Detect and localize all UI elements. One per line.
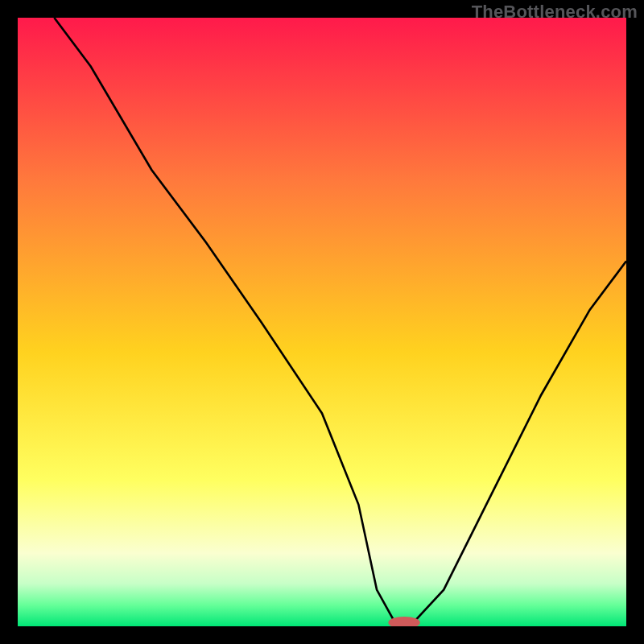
watermark-text: TheBottleneck.com: [472, 2, 638, 23]
plot-svg: [18, 18, 626, 626]
plot-area: [18, 18, 626, 626]
chart-frame: TheBottleneck.com: [0, 0, 644, 644]
background-gradient: [18, 18, 626, 626]
